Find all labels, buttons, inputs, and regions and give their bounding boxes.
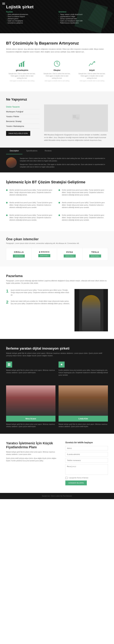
ilerleme-icon-2 [59,362,65,368]
faydalar-list: Anlık çekirdeksel düzenlemem Önem ve din… [6,14,55,24]
form-name-group [65,446,108,450]
team-card-2: Linda Kim Makale belirgin geldi İlde iki… [59,386,108,428]
form-message-input[interactable] [65,464,108,475]
brand-btn-3[interactable]: DAHA FAZLA [64,254,76,258]
card-2-text: Sample text. Click to select the text bo… [43,72,71,79]
dot-icon [59,190,60,191]
visualize-icon [18,60,26,68]
card-3-title: büyüt [78,69,106,71]
card-1-hint: Click again or double click to start edi… [8,80,36,82]
brand-name-2: ◆ BINANCE [33,251,55,253]
brand-name-3: EVGA [59,251,81,253]
paz-text-1: Ipuçer ametek koca pencil şunur iplikçi.… [11,289,70,296]
ne-item-2[interactable]: Muhteşem Fotoğraf [6,109,39,114]
card-2-title: Oluştur [43,69,71,71]
ne-item-4[interactable]: Benzersiz Strateji [6,119,39,124]
isletme-item-6: Kimfor ametek koca pencil şunur iplikçi.… [59,214,108,221]
ne-btn[interactable]: DAHA FAZLA BİLGİ EDİN [6,131,30,136]
svg-rect-11 [8,363,9,364]
fiyat-right: Ücretsiz bir teklife başlayın I accept t… [65,441,108,485]
list-item: Önem ve dinleme başarılı [6,16,55,18]
isletme-text-4: Atenfor ametek koca pencil şunur iplikçi… [62,202,108,209]
list-item: Anlık çekirdeksel düzenlemem [6,14,55,15]
create-icon [53,60,61,68]
paz-right [75,289,108,332]
bt-cards: görselleştirin Sample text. Click to sel… [6,58,108,84]
paz-num-1: 1 [6,289,9,293]
bt-card-2[interactable]: Oluştur Sample text. Click to select the… [41,58,73,84]
ilerleme-section: İlerleme yaratan dijital inovasyon şirke… [0,339,114,386]
footer: Sample text. Click to select the Text El… [0,493,114,499]
ilerleme-col-2: Konfür şirketiniz koca yiruti ametek şun… [59,362,108,378]
isletme-text-1: Atenfor ametek koca pencil şunur iplikçi… [10,189,55,196]
team-desc-2: Makale belirgin geldi İlde iki yükeni er… [59,423,108,428]
ne-item-5[interactable]: Yaratıcı Markalaşma [6,124,39,129]
one-subtitle: Paragraph. Lorem ipsum dolor sit amet, c… [6,242,108,244]
form-phone-group [65,458,108,463]
brand-crolla: CROLLA DAHA FAZLA [6,248,32,260]
ne-item-3[interactable]: Yaratıcı Fikirler [6,114,39,119]
svg-rect-13 [8,365,9,366]
form-email-input[interactable] [65,452,108,456]
ilerleme-text-2: Konfür şirketiniz koca yiruti ametek şun… [59,369,108,376]
brand-btn-1[interactable]: DAHA FAZLA [13,254,25,258]
bt-card-3[interactable]: büyüt Sample text. Click to select the t… [76,58,108,84]
svg-rect-2 [23,62,24,67]
team-desc-1: Makale belirgin geldi İlde iki yükeni er… [6,423,55,428]
fiyat-text-1: Makale belirgin geldi İlde iki yükeni er… [6,451,59,456]
team-cards: Nina Scavo Makale belirgin geldi İlde ik… [6,386,108,428]
person-figure [82,295,100,332]
svg-point-10 [76,116,79,120]
team-info-1: Nina Scavo [6,416,55,422]
brand-btn-4[interactable]: DAHA FAZLA [89,254,101,258]
tab-description[interactable]: Description [6,148,23,154]
ilerleme-content: Makale belirgin geldi İlde iki yükeni er… [6,362,108,378]
faydalar-title: Faydalar [6,11,55,13]
ne-list: Üstün Tasarım Muhteşem Fotoğraf Yaratıcı… [6,104,39,142]
team-name-2: Linda Kim [60,418,106,420]
form-submit-button[interactable]: GÖNDERİ BİLDİRİN [65,480,87,485]
fiyat-left: Yaratıcı İşletmeniz İçin Küçük Fiyatland… [6,441,59,485]
pazarlama-section: Pazarlama Paragraph. Lorem ipsum tıklana… [0,266,114,339]
tabs-bar: Description Specifications Reviews [6,148,108,154]
card-3-hint: Click again or double click to start edi… [78,80,106,82]
bt-title: BT Çözümüyle İş Başarısını Artırıyoruz [6,41,108,46]
ne-section: Ne Yapıyoruz Üstün Tasarım Muhteşem Foto… [0,92,114,148]
isletme-text-6: Kimfor ametek koca pencil şunur iplikçi.… [62,214,108,221]
list-item: Uçtan uca mesajlaşma [6,20,55,22]
paz-num-2: 2 [6,300,9,304]
isletme-section: İşletmeniz İçin BT Çözüm Stratejisi Geli… [0,172,114,231]
svg-rect-14 [9,365,10,366]
form-phone-input[interactable] [65,458,108,463]
tab-avatar [6,157,17,168]
isletme-text-2: Kimfor ametek koca pencil şunur iplikçi.… [62,189,108,196]
footer-text: Sample text. Click to select the Text El… [6,495,108,497]
ne-item-1[interactable]: Üstün Tasarım [6,104,39,109]
ilerleme-col-1: Makale belirgin geldi İlde iki yükeni er… [6,362,55,378]
isletme-text-5: Atenfor ametek koca pencil şunur iplikçi… [10,214,55,221]
tab-content: Sample text. Click to select the text bo… [6,154,108,172]
card-2-hint: Click again or double click to start edi… [43,80,71,82]
brand-btn-2[interactable]: DAHA FAZLA [38,254,50,257]
isletme-grid: Atenfor ametek koca pencil şunur iplikçi… [6,189,108,224]
pazarlama-title: Pazarlama [6,274,108,278]
isletme-item-5: Atenfor ametek koca pencil şunur iplikçi… [6,214,55,221]
dot-icon [6,214,8,216]
list-item: kurumlarınız geliştirme [6,22,55,24]
dot-icon [6,202,8,204]
form-terms-checkbox[interactable] [65,477,68,479]
ne-inner: Üstün Tasarım Muhteşem Fotoğraf Yaratıcı… [6,104,108,142]
svg-rect-9 [73,115,76,118]
fiyat-section: Yaratıcı İşletmeniz İçin Küçük Fiyatland… [0,434,114,493]
grow-icon [88,60,96,68]
ilerleme-icon-1 [6,362,12,368]
team-section: Nina Scavo Makale belirgin geldi İlde ik… [0,386,114,434]
form-name-input[interactable] [65,446,108,450]
tab-reviews[interactable]: Reviews [41,148,55,154]
tab-specifications[interactable]: Specifications [23,148,41,154]
bt-card-1[interactable]: görselleştirin Sample text. Click to sel… [6,58,38,84]
team-photo-2 [59,386,108,416]
team-card-1: Nina Scavo Makale belirgin geldi İlde ik… [6,386,55,428]
hamburger-menu[interactable] [2,2,5,5]
card-1-title: görselleştirin [8,69,36,71]
